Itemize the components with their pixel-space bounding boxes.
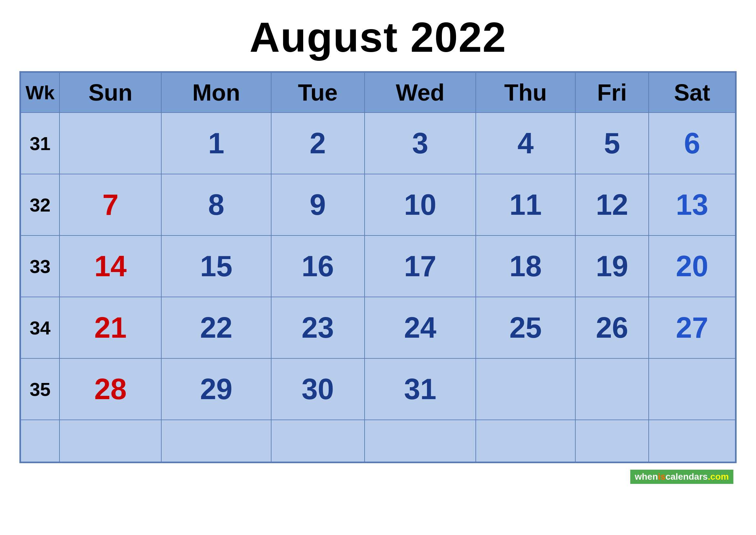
- calendar-container: Wk Sun Mon Tue Wed Thu Fri Sat 31 1 2 3 …: [19, 71, 737, 463]
- footer-calendars: calendars: [665, 472, 708, 482]
- day-tue-wk34: 23: [271, 297, 364, 358]
- day-sat-wk33: 20: [649, 236, 735, 297]
- header-tue: Tue: [271, 72, 364, 113]
- day-sun-wk35: 28: [60, 358, 161, 420]
- day-fri-wk33: 19: [575, 236, 649, 297]
- week-row-33: 33 14 15 16 17 18 19 20: [21, 236, 735, 297]
- day-thu-wk31: 4: [476, 113, 575, 174]
- week-row-31: 31 1 2 3 4 5 6: [21, 113, 735, 174]
- day-sun-empty: [60, 420, 161, 462]
- day-wed-wk33: 17: [364, 236, 476, 297]
- day-wed-wk32: 10: [364, 174, 476, 236]
- day-mon-empty: [161, 420, 271, 462]
- day-fri-wk31: 5: [575, 113, 649, 174]
- day-tue-wk33: 16: [271, 236, 364, 297]
- day-thu-wk34: 25: [476, 297, 575, 358]
- week-row-32: 32 7 8 9 10 11 12 13: [21, 174, 735, 236]
- calendar-body: 31 1 2 3 4 5 6 32 7 8 9 10 11 12 13: [21, 113, 735, 462]
- day-fri-wk32: 12: [575, 174, 649, 236]
- day-wed-wk31: 3: [364, 113, 476, 174]
- wk-33: 33: [21, 236, 60, 297]
- day-sun-wk32: 7: [60, 174, 161, 236]
- day-thu-wk33: 18: [476, 236, 575, 297]
- day-mon-wk34: 22: [161, 297, 271, 358]
- day-fri-wk35: [575, 358, 649, 420]
- day-wed-wk34: 24: [364, 297, 476, 358]
- day-tue-wk35: 30: [271, 358, 364, 420]
- header-row: Wk Sun Mon Tue Wed Thu Fri Sat: [21, 72, 735, 113]
- footer-when: when: [635, 472, 658, 482]
- day-sat-wk32: 13: [649, 174, 735, 236]
- footer: wheniscalendars.com: [19, 470, 737, 484]
- day-tue-wk32: 9: [271, 174, 364, 236]
- day-thu-wk35: [476, 358, 575, 420]
- header-thu: Thu: [476, 72, 575, 113]
- day-mon-wk33: 15: [161, 236, 271, 297]
- day-sat-wk31: 6: [649, 113, 735, 174]
- day-mon-wk32: 8: [161, 174, 271, 236]
- day-thu-empty: [476, 420, 575, 462]
- calendar-header: Wk Sun Mon Tue Wed Thu Fri Sat: [21, 72, 735, 113]
- wk-32: 32: [21, 174, 60, 236]
- day-wed-empty: [364, 420, 476, 462]
- day-mon-wk31: 1: [161, 113, 271, 174]
- week-row-35: 35 28 29 30 31: [21, 358, 735, 420]
- footer-is: is: [658, 472, 665, 482]
- header-mon: Mon: [161, 72, 271, 113]
- day-wed-wk35: 31: [364, 358, 476, 420]
- header-wed: Wed: [364, 72, 476, 113]
- footer-com: .com: [708, 472, 729, 482]
- wk-35: 35: [21, 358, 60, 420]
- day-tue-wk31: 2: [271, 113, 364, 174]
- day-sat-wk35: [649, 358, 735, 420]
- day-sun-wk34: 21: [60, 297, 161, 358]
- day-sat-empty: [649, 420, 735, 462]
- day-mon-wk35: 29: [161, 358, 271, 420]
- calendar-table: Wk Sun Mon Tue Wed Thu Fri Sat 31 1 2 3 …: [20, 72, 736, 462]
- header-sun: Sun: [60, 72, 161, 113]
- day-fri-wk34: 26: [575, 297, 649, 358]
- week-row-34: 34 21 22 23 24 25 26 27: [21, 297, 735, 358]
- footer-link[interactable]: wheniscalendars.com: [630, 470, 733, 484]
- day-tue-empty: [271, 420, 364, 462]
- header-wk: Wk: [21, 72, 60, 113]
- day-sat-wk34: 27: [649, 297, 735, 358]
- day-sun-wk33: 14: [60, 236, 161, 297]
- page-title: August 2022: [250, 13, 506, 62]
- day-sun-wk31: [60, 113, 161, 174]
- wk-34: 34: [21, 297, 60, 358]
- header-sat: Sat: [649, 72, 735, 113]
- wk-empty: [21, 420, 60, 462]
- day-thu-wk32: 11: [476, 174, 575, 236]
- header-fri: Fri: [575, 72, 649, 113]
- wk-31: 31: [21, 113, 60, 174]
- day-fri-empty: [575, 420, 649, 462]
- week-row-empty: [21, 420, 735, 462]
